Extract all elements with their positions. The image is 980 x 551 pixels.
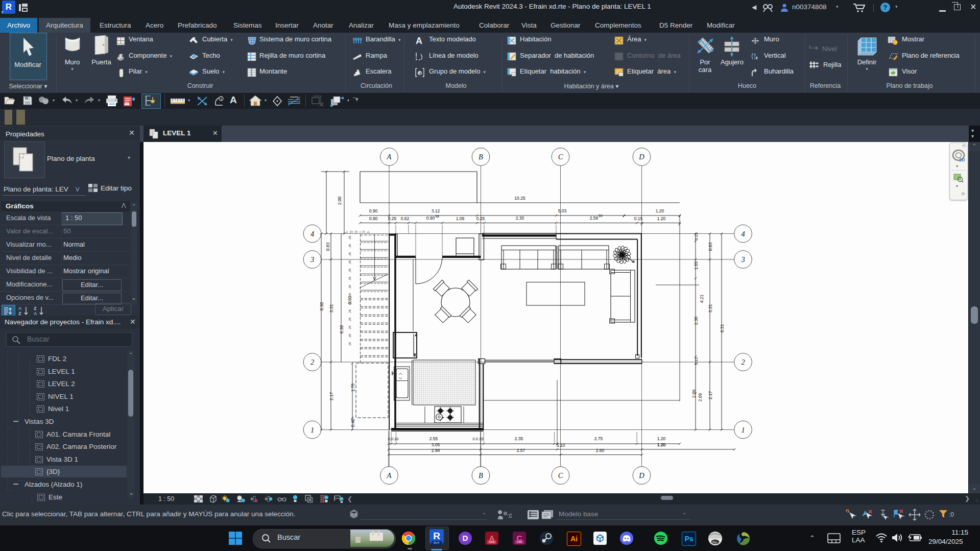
svg-text:0.25: 0.25 [476, 216, 485, 221]
svg-text:1.20: 1.20 [657, 436, 666, 441]
svg-text:.25: .25 [348, 293, 351, 297]
svg-text:.25: .25 [348, 276, 351, 281]
svg-text:0.62: 0.62 [401, 216, 410, 221]
svg-text:0.15: 0.15 [634, 216, 643, 221]
svg-text:A: A [387, 153, 392, 161]
svg-text:2.60: 2.60 [596, 448, 605, 453]
svg-text:.25: .25 [348, 284, 351, 289]
svg-text:0.90: 0.90 [369, 216, 378, 221]
svg-text:2.55: 2.55 [429, 436, 438, 441]
svg-text:5.10: 5.10 [557, 443, 565, 448]
svg-text:.25: .25 [348, 309, 351, 314]
svg-text:3.05: 3.05 [432, 442, 440, 447]
svg-text:Pro: Pro [712, 541, 717, 544]
svg-text:.25: .25 [348, 333, 351, 338]
svg-text:A: A [18, 306, 22, 311]
svg-text:3.12: 3.12 [432, 208, 440, 213]
svg-text:0.25: 0.25 [388, 216, 397, 221]
svg-text:2.00: 2.00 [337, 196, 342, 205]
svg-text:2.09: 2.09 [691, 389, 697, 398]
svg-text:0.83: 0.83 [708, 242, 713, 251]
svg-text::0: :0 [508, 513, 512, 519]
svg-text:3: 3 [310, 255, 314, 263]
svg-text:D: D [638, 153, 644, 161]
svg-text:.25: .25 [348, 301, 351, 305]
svg-text:B: B [479, 471, 483, 480]
svg-text:.25: .25 [348, 317, 351, 322]
svg-text:2.17: 2.17 [708, 391, 713, 399]
svg-text:98: 98 [435, 214, 439, 218]
svg-text:C: C [558, 471, 563, 480]
svg-text:6.30: 6.30 [339, 325, 344, 333]
svg-text:2.57: 2.57 [517, 448, 525, 453]
svg-text:2.35: 2.35 [515, 436, 523, 441]
svg-text:3.31: 3.31 [329, 304, 334, 313]
svg-text:4: 4 [310, 230, 314, 238]
svg-text:1: 1 [310, 426, 314, 434]
svg-text:10.25: 10.25 [514, 196, 525, 201]
svg-text:50: 50 [599, 214, 603, 218]
svg-text:.25: .25 [348, 342, 351, 346]
svg-text:A: A [416, 36, 422, 45]
svg-text:2.75: 2.75 [594, 436, 603, 441]
svg-text:A: A [387, 471, 392, 480]
svg-text:1.20: 1.20 [657, 442, 666, 447]
svg-text:0.0.15: 0.0.15 [473, 437, 484, 441]
svg-text:C: C [558, 153, 563, 161]
svg-text:0.40: 0.40 [350, 418, 355, 427]
svg-text:4: 4 [741, 230, 745, 238]
svg-text:1: 1 [741, 426, 745, 434]
svg-text:D: D [638, 471, 644, 480]
svg-text:2: 2 [310, 358, 314, 366]
svg-text:0.15: 0.15 [694, 232, 699, 241]
svg-text:3.31: 3.31 [708, 304, 713, 313]
svg-text:8.30: 8.30 [319, 302, 324, 310]
svg-text:1.09: 1.09 [456, 216, 465, 221]
svg-text:1.20: 1.20 [657, 216, 666, 221]
svg-text:3: 3 [740, 255, 745, 263]
svg-text:.25: .25 [348, 260, 351, 265]
svg-text:0.90: 0.90 [426, 215, 435, 221]
svg-text:.25: .25 [348, 325, 351, 330]
svg-text:2.58: 2.58 [590, 215, 599, 221]
svg-text:1: 1 [220, 97, 223, 101]
svg-text:1.20: 1.20 [656, 208, 664, 213]
svg-text:0.0.10: 0.0.10 [388, 437, 399, 441]
svg-text:2.36: 2.36 [694, 316, 699, 325]
svg-text:1.55: 1.55 [694, 261, 699, 270]
svg-text:.25: .25 [348, 244, 351, 248]
svg-text:0.83: 0.83 [325, 242, 330, 251]
svg-text:2D: 2D [959, 157, 965, 162]
svg-text:5.03: 5.03 [558, 208, 567, 213]
svg-text:A R R I B A: A R R I B A [345, 229, 370, 235]
svg-text:B: B [479, 153, 483, 161]
svg-text:.25: .25 [348, 268, 351, 273]
svg-text:2: 2 [741, 358, 745, 366]
svg-text:.25: .25 [348, 235, 351, 240]
svg-text:2.98: 2.98 [432, 448, 440, 453]
svg-text:2.17: 2.17 [329, 392, 334, 400]
svg-text:Z: Z [34, 306, 37, 311]
svg-text:.25: .25 [348, 252, 351, 256]
svg-text:1.75: 1.75 [350, 383, 355, 392]
svg-text:0.90: 0.90 [369, 208, 378, 213]
svg-text:2.30: 2.30 [516, 215, 524, 221]
svg-text:6.31: 6.31 [720, 324, 725, 332]
svg-text:4.21: 4.21 [699, 294, 704, 303]
svg-text:....: .... [446, 419, 450, 422]
svg-text:2.09: 2.09 [698, 393, 703, 401]
svg-text:0.15: 0.15 [694, 357, 699, 365]
